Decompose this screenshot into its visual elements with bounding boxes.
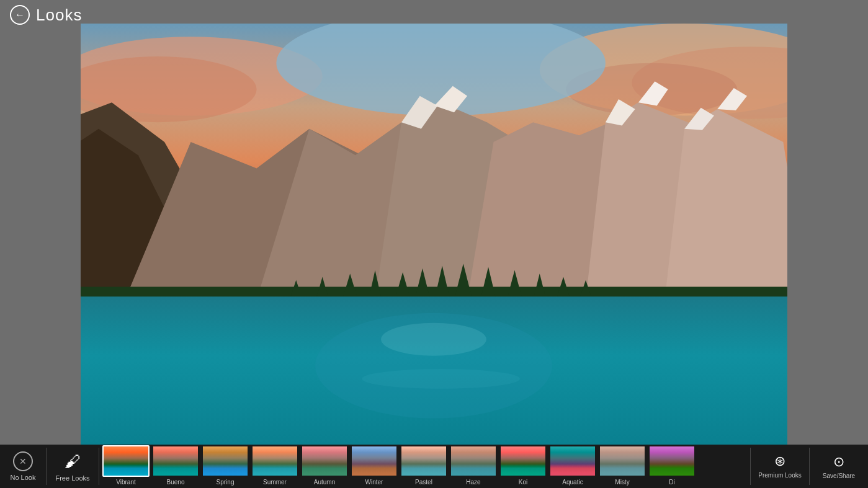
back-arrow-icon: ← <box>15 9 25 20</box>
filter-item-spring[interactable]: Spring <box>201 445 249 487</box>
filter-bg-winter <box>352 446 396 476</box>
filter-item-winter[interactable]: Winter <box>350 445 398 487</box>
filter-thumb-spring <box>202 445 249 477</box>
premium-looks-button[interactable]: ⊛ Premium Looks <box>752 445 808 488</box>
filter-item-misty[interactable]: Misty <box>598 445 647 487</box>
filter-strip[interactable]: VibrantBuenoSpringSummerAutumnWinterPast… <box>101 445 749 488</box>
divider-2 <box>99 448 99 485</box>
filter-thumb-di <box>648 445 696 477</box>
premium-looks-section: ⊛ Premium Looks <box>752 445 808 488</box>
save-share-button[interactable]: ⊙ Save/Share <box>811 445 867 488</box>
filter-thumb-haze <box>450 445 497 477</box>
filter-label-winter: Winter <box>365 479 383 486</box>
filter-bg-koi <box>501 446 545 476</box>
no-look-icon <box>13 451 33 471</box>
filter-thumb-aquatic <box>549 445 596 477</box>
page-title: Looks <box>36 6 82 25</box>
back-button[interactable]: ← <box>10 5 30 25</box>
filter-thumb-misty <box>599 445 646 477</box>
filter-item-haze[interactable]: Haze <box>449 445 498 487</box>
filter-thumb-pastel <box>400 445 447 477</box>
header: ← Looks <box>0 0 868 30</box>
filter-item-bueno[interactable]: Bueno <box>151 445 200 487</box>
filter-bg-aquatic <box>550 446 595 476</box>
filter-thumb-bueno <box>152 445 199 477</box>
filter-label-di: Di <box>669 479 674 486</box>
free-looks-section: 🖌 Free Looks <box>48 445 97 488</box>
no-look-label: No Look <box>11 474 36 481</box>
filter-bg-haze <box>451 446 496 476</box>
no-look-button[interactable]: No Look <box>1 445 45 488</box>
filter-label-pastel: Pastel <box>415 479 432 486</box>
filter-bg-di <box>650 446 694 476</box>
premium-looks-label: Premium Looks <box>758 472 801 479</box>
free-looks-label: Free Looks <box>55 474 89 482</box>
filter-bg-misty <box>600 446 645 476</box>
divider-3 <box>750 448 751 485</box>
filter-item-aquatic[interactable]: Aquatic <box>548 445 597 487</box>
brush-icon: 🖌 <box>62 451 83 472</box>
filter-label-spring: Spring <box>217 479 235 486</box>
save-share-section: ⊙ Save/Share <box>811 445 867 488</box>
filter-item-di[interactable]: Di <box>648 445 696 487</box>
filter-label-misty: Misty <box>615 479 629 486</box>
filter-bg-bueno <box>153 446 198 476</box>
svg-point-37 <box>381 323 486 356</box>
filter-bg-vibrant <box>104 446 148 476</box>
main-photo <box>81 24 787 445</box>
filter-label-haze: Haze <box>466 479 480 486</box>
free-looks-button[interactable]: 🖌 Free Looks <box>48 445 97 488</box>
filter-thumb-koi <box>499 445 547 477</box>
filter-item-koi[interactable]: Koi <box>499 445 547 487</box>
divider-1 <box>46 448 47 485</box>
divider-4 <box>809 448 810 485</box>
filter-item-vibrant[interactable]: Vibrant <box>102 445 150 487</box>
app-container: ← Looks <box>0 0 868 488</box>
filter-thumb-winter <box>351 445 398 477</box>
toolbar: No Look 🖌 Free Looks VibrantBuenoSpringS… <box>0 445 868 488</box>
filter-label-aquatic: Aquatic <box>562 479 583 486</box>
filter-label-bueno: Bueno <box>167 479 185 486</box>
filter-bg-autumn <box>302 446 347 476</box>
filter-label-autumn: Autumn <box>314 479 335 486</box>
filter-label-summer: Summer <box>263 479 287 486</box>
image-container <box>81 24 787 445</box>
save-share-label: Save/Share <box>823 472 855 479</box>
filter-bg-pastel <box>401 446 446 476</box>
filter-thumb-summer <box>251 445 298 477</box>
no-look-section: No Look <box>1 445 45 488</box>
svg-point-38 <box>362 369 520 389</box>
filter-bg-spring <box>203 446 248 476</box>
filter-bg-summer <box>253 446 297 476</box>
filter-thumb-autumn <box>301 445 348 477</box>
filter-item-summer[interactable]: Summer <box>251 445 299 487</box>
filter-item-autumn[interactable]: Autumn <box>300 445 349 487</box>
filter-thumb-vibrant <box>102 445 150 477</box>
filter-label-koi: Koi <box>519 479 527 486</box>
save-share-icon: ⊙ <box>833 454 844 470</box>
filter-item-pastel[interactable]: Pastel <box>400 445 448 487</box>
filter-label-vibrant: Vibrant <box>116 479 136 486</box>
premium-icon: ⊛ <box>774 453 785 469</box>
